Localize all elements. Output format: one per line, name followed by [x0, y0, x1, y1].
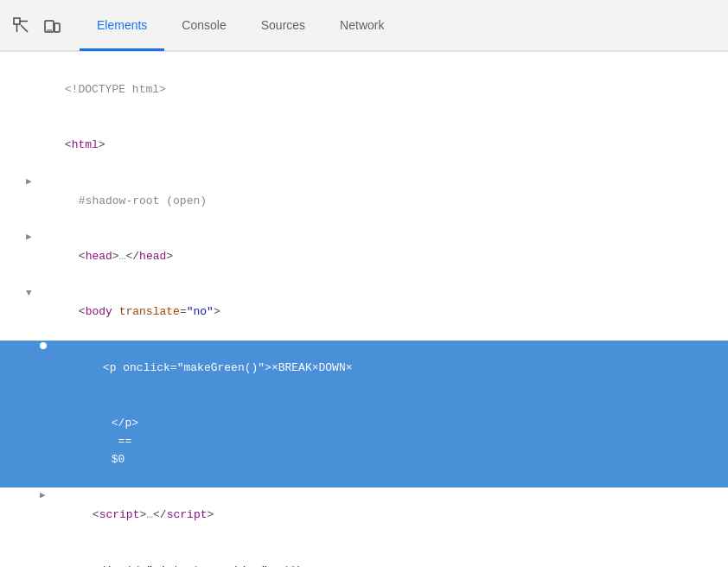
toggle-script[interactable] — [40, 488, 52, 504]
devtools-toolbar: Elements Console Sources Network — [0, 0, 728, 52]
dom-line-div-gistnote[interactable]: <div id="gistnote-marking"></div> — [0, 544, 728, 567]
tab-console[interactable]: Console — [164, 1, 243, 51]
selected-dot-indicator — [40, 342, 47, 349]
toggle-shadow-root[interactable] — [26, 175, 38, 190]
dom-line-p-close[interactable]: </p> == $0 — [0, 396, 728, 487]
dom-line-html[interactable]: <html> — [0, 118, 728, 173]
inspect-element-button[interactable] — [7, 11, 35, 39]
toggle-body[interactable] — [26, 286, 38, 302]
tab-network[interactable]: Network — [322, 1, 401, 51]
devtools-tabs: Elements Console Sources Network — [80, 0, 401, 50]
toggle-head[interactable] — [26, 230, 38, 245]
tab-elements[interactable]: Elements — [80, 1, 164, 51]
device-toggle-button[interactable] — [38, 11, 66, 39]
toolbar-icons — [7, 11, 66, 39]
svg-rect-0 — [14, 18, 20, 24]
dom-line-shadow-root[interactable]: #shadow-root (open) — [0, 174, 728, 229]
dom-line-body-open[interactable]: <body translate="no"> — [0, 285, 728, 341]
dom-line-doctype[interactable]: <!DOCTYPE html> — [0, 62, 728, 118]
dom-line-head[interactable]: <head>…</head> — [0, 229, 728, 284]
dom-line-p-open[interactable]: <p onclick="makeGreen()">×BREAK×DOWN× — [0, 341, 728, 396]
dom-tree-panel: <!DOCTYPE html> <html> #shadow-root (ope… — [0, 52, 728, 567]
svg-rect-4 — [54, 23, 60, 32]
tab-sources[interactable]: Sources — [244, 1, 322, 51]
dom-line-script[interactable]: <script>…</script> — [0, 487, 728, 543]
